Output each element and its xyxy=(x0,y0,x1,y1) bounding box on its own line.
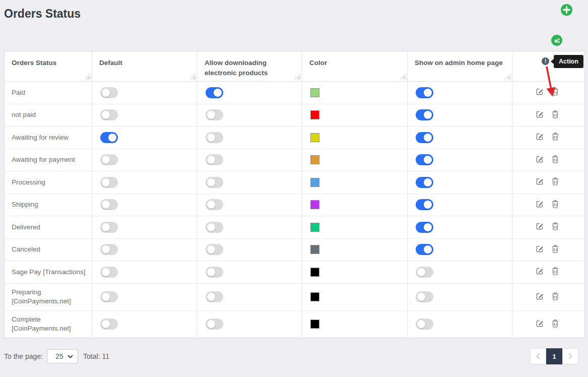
color-swatch[interactable] xyxy=(310,292,319,301)
edit-button[interactable] xyxy=(536,155,544,165)
trash-icon xyxy=(552,267,559,275)
allow-download-toggle[interactable] xyxy=(206,267,223,278)
edit-icon xyxy=(536,222,544,230)
default-toggle[interactable] xyxy=(100,319,118,330)
default-toggle[interactable] xyxy=(100,222,118,233)
delete-button[interactable] xyxy=(552,177,559,187)
pagination: 1 xyxy=(530,348,578,364)
default-toggle[interactable] xyxy=(100,109,118,120)
default-toggle[interactable] xyxy=(100,291,118,302)
column-resize-handle[interactable] xyxy=(401,74,406,79)
allow-download-toggle[interactable] xyxy=(206,222,223,233)
delete-button[interactable] xyxy=(552,133,559,142)
pagination-page-1-button[interactable]: 1 xyxy=(546,348,562,364)
table-row: Sage Pay [Transactions] xyxy=(5,261,585,284)
settings-button[interactable] xyxy=(551,35,562,46)
show-on-admin-toggle[interactable] xyxy=(416,199,433,210)
column-resize-handle[interactable] xyxy=(85,74,90,79)
edit-button[interactable] xyxy=(536,222,544,232)
show-on-admin-toggle[interactable] xyxy=(416,222,433,233)
show-on-admin-toggle[interactable] xyxy=(416,87,433,98)
default-toggle[interactable] xyxy=(100,199,118,210)
edit-button[interactable] xyxy=(536,320,544,329)
edit-button[interactable] xyxy=(536,245,544,255)
status-name-cell: Delivered xyxy=(5,216,92,239)
pagination-next-button[interactable] xyxy=(562,348,578,364)
color-swatch[interactable] xyxy=(310,155,319,164)
color-swatch[interactable] xyxy=(310,178,319,187)
table-row: Preparing [CoinPayments.net] xyxy=(5,283,585,310)
col-header-label: Default xyxy=(99,59,122,67)
allow-download-toggle[interactable] xyxy=(206,177,223,188)
allow-download-toggle[interactable] xyxy=(206,291,223,302)
chevron-down-icon xyxy=(68,355,73,358)
edit-icon xyxy=(536,245,544,253)
col-header-orders-status: Orders Status xyxy=(5,51,92,82)
color-swatch[interactable] xyxy=(310,88,319,97)
edit-button[interactable] xyxy=(536,200,544,210)
page-size-label: To the page: xyxy=(4,352,43,360)
edit-button[interactable] xyxy=(536,267,544,277)
allow-download-toggle[interactable] xyxy=(206,154,223,165)
default-toggle[interactable] xyxy=(100,154,118,165)
color-swatch[interactable] xyxy=(310,200,319,209)
column-resize-handle[interactable] xyxy=(295,74,300,79)
show-on-admin-toggle[interactable] xyxy=(416,319,433,330)
show-on-admin-toggle[interactable] xyxy=(416,244,433,255)
allow-download-toggle[interactable] xyxy=(206,199,223,210)
status-label: not paid xyxy=(12,111,36,118)
column-resize-handle[interactable] xyxy=(505,74,510,79)
status-label: Shipping xyxy=(12,201,38,208)
show-on-admin-toggle[interactable] xyxy=(416,291,433,302)
action-tooltip: Action xyxy=(554,55,583,68)
edit-button[interactable] xyxy=(536,133,544,142)
default-toggle[interactable] xyxy=(100,177,118,188)
edit-icon xyxy=(536,88,544,96)
table-body: Paid not paid xyxy=(5,82,585,338)
delete-button[interactable] xyxy=(552,267,559,277)
page-size-select[interactable]: 25 xyxy=(47,349,78,363)
edit-button[interactable] xyxy=(536,110,544,120)
color-swatch[interactable] xyxy=(310,223,319,232)
color-swatch[interactable] xyxy=(310,133,319,142)
info-icon[interactable]: ! xyxy=(542,57,549,65)
default-toggle[interactable] xyxy=(100,132,118,143)
allow-download-toggle[interactable] xyxy=(206,319,223,330)
col-header-action: ! Action xyxy=(512,51,585,82)
allow-download-toggle[interactable] xyxy=(206,87,223,98)
default-toggle[interactable] xyxy=(100,244,118,255)
allow-download-toggle[interactable] xyxy=(206,244,223,255)
color-swatch[interactable] xyxy=(310,320,319,329)
color-swatch[interactable] xyxy=(310,245,319,254)
delete-button[interactable] xyxy=(552,320,559,329)
show-on-admin-toggle[interactable] xyxy=(416,132,433,143)
edit-icon xyxy=(536,320,544,328)
edit-button[interactable] xyxy=(536,177,544,187)
column-resize-handle[interactable] xyxy=(190,74,195,79)
status-name-cell: Complete [CoinPayments.net] xyxy=(5,310,92,338)
delete-button[interactable] xyxy=(552,200,559,210)
edit-button[interactable] xyxy=(536,292,544,302)
color-swatch[interactable] xyxy=(310,110,319,119)
delete-button[interactable] xyxy=(552,110,559,120)
delete-button[interactable] xyxy=(552,88,559,97)
delete-button[interactable] xyxy=(552,155,559,165)
status-label: Awaiting for review xyxy=(12,134,69,141)
add-status-button[interactable] xyxy=(561,4,572,16)
default-toggle[interactable] xyxy=(100,267,118,278)
delete-button[interactable] xyxy=(552,245,559,255)
show-on-admin-toggle[interactable] xyxy=(416,267,433,278)
allow-download-toggle[interactable] xyxy=(206,109,223,120)
show-on-admin-toggle[interactable] xyxy=(416,154,433,165)
show-on-admin-toggle[interactable] xyxy=(416,109,433,120)
default-toggle[interactable] xyxy=(100,87,118,98)
allow-download-toggle[interactable] xyxy=(206,132,223,143)
pagination-prev-button[interactable] xyxy=(530,348,546,364)
edit-button[interactable] xyxy=(536,88,544,97)
show-on-admin-toggle[interactable] xyxy=(416,177,433,188)
delete-button[interactable] xyxy=(552,292,559,302)
status-name-cell: Processing xyxy=(5,171,92,194)
color-swatch[interactable] xyxy=(310,268,319,277)
status-label: Preparing [CoinPayments.net] xyxy=(12,288,71,305)
delete-button[interactable] xyxy=(552,222,559,232)
